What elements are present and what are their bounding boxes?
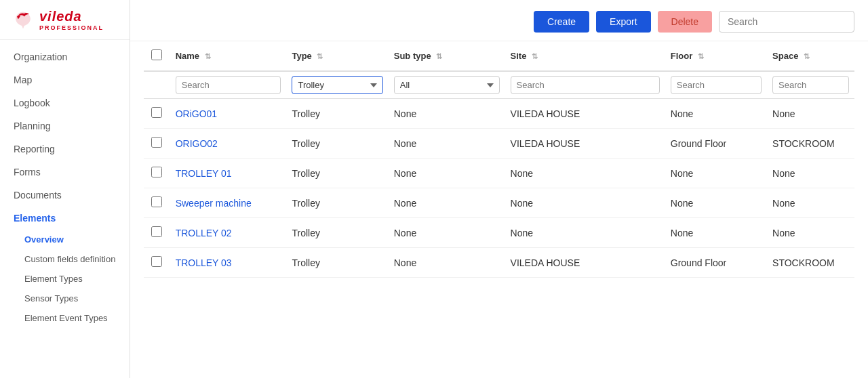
table-row: TROLLEY 01 Trolley None None None None <box>144 159 854 188</box>
select-all-checkbox[interactable] <box>151 49 162 60</box>
select-all-header <box>144 41 170 71</box>
sidebar-sub-overview[interactable]: Overview <box>14 230 130 249</box>
col-header-subtype[interactable]: Sub type ⇅ <box>389 41 505 71</box>
row-subtype-1: None <box>389 129 505 159</box>
row-subtype-4: None <box>389 218 505 248</box>
global-search-input[interactable] <box>719 11 854 33</box>
row-space-3: None <box>767 188 854 218</box>
table-row: ORiGO01 Trolley None VILEDA HOUSE None N… <box>144 99 854 129</box>
row-subtype-0: None <box>389 99 505 129</box>
row-type-1: Trolley <box>286 129 388 159</box>
logo-brand: vileda <box>39 9 104 23</box>
sidebar-sub-element-types[interactable]: Element Types <box>14 269 130 289</box>
row-subtype-2: None <box>389 159 505 188</box>
sort-name-icon[interactable]: ⇅ <box>205 52 211 61</box>
sidebar-item-logbook[interactable]: Logbook <box>0 91 130 114</box>
row-space-2: None <box>767 159 854 188</box>
row-floor-0: None <box>665 99 767 129</box>
row-site-1: VILEDA HOUSE <box>505 129 665 159</box>
row-subtype-5: None <box>389 248 505 278</box>
row-name-link-5[interactable]: TROLLEY 03 <box>176 257 232 268</box>
row-floor-5: Ground Floor <box>665 248 767 278</box>
table-row: Sweeper machine Trolley None None None N… <box>144 188 854 218</box>
sort-type-icon[interactable]: ⇅ <box>317 52 323 61</box>
sidebar-item-forms[interactable]: Forms <box>0 161 130 184</box>
table-row: ORIGO02 Trolley None VILEDA HOUSE Ground… <box>144 129 854 159</box>
logo-area: vileda PROFESSIONAL <box>0 0 130 40</box>
space-filter-input[interactable] <box>772 76 849 94</box>
elements-table-wrap: Name ⇅ Type ⇅ Sub type ⇅ Site ⇅ <box>130 41 868 378</box>
row-checkbox-5[interactable] <box>151 256 162 267</box>
row-site-3: None <box>505 188 665 218</box>
row-space-4: None <box>767 218 854 248</box>
sidebar-item-reporting[interactable]: Reporting <box>0 138 130 161</box>
row-type-4: Trolley <box>286 218 388 248</box>
sidebar-item-documents[interactable]: Documents <box>0 184 130 207</box>
sort-subtype-icon[interactable]: ⇅ <box>436 52 442 61</box>
row-name-link-2[interactable]: TROLLEY 01 <box>176 168 232 179</box>
row-floor-4: None <box>665 218 767 248</box>
row-space-5: STOCKROOM <box>767 248 854 278</box>
row-site-2: None <box>505 159 665 188</box>
row-checkbox-3[interactable] <box>151 196 162 207</box>
col-header-floor[interactable]: Floor ⇅ <box>665 41 767 71</box>
row-checkbox-4[interactable] <box>151 226 162 237</box>
col-header-space[interactable]: Space ⇅ <box>767 41 854 71</box>
elements-table: Name ⇅ Type ⇅ Sub type ⇅ Site ⇅ <box>144 41 854 278</box>
row-floor-2: None <box>665 159 767 188</box>
filter-row: Trolley Sweeper Machine Other All None T… <box>144 71 854 99</box>
table-row: TROLLEY 02 Trolley None None None None <box>144 218 854 248</box>
floor-filter-input[interactable] <box>671 76 762 94</box>
table-header-row: Name ⇅ Type ⇅ Sub type ⇅ Site ⇅ <box>144 41 854 71</box>
sort-floor-icon[interactable]: ⇅ <box>698 52 704 61</box>
row-name-link-0[interactable]: ORiGO01 <box>176 108 217 119</box>
subtype-filter-select[interactable]: All None Type A Type B <box>394 76 500 94</box>
row-name-link-4[interactable]: TROLLEY 02 <box>176 228 232 238</box>
vileda-logo-icon <box>11 8 35 33</box>
row-checkbox-0[interactable] <box>151 107 162 118</box>
sidebar-item-elements[interactable]: Elements <box>0 207 130 230</box>
sort-space-icon[interactable]: ⇅ <box>804 52 810 61</box>
col-header-site[interactable]: Site ⇅ <box>505 41 665 71</box>
logo-sub: PROFESSIONAL <box>39 24 104 31</box>
toolbar: Create Export Delete <box>130 0 868 41</box>
row-site-4: None <box>505 218 665 248</box>
sidebar-item-organization[interactable]: Organization <box>0 45 130 68</box>
row-site-5: VILEDA HOUSE <box>505 248 665 278</box>
sidebar: vileda PROFESSIONAL Organization Map Log… <box>0 0 130 378</box>
row-name-link-1[interactable]: ORIGO02 <box>176 138 218 149</box>
row-name-link-3[interactable]: Sweeper machine <box>176 198 252 209</box>
table-body: ORiGO01 Trolley None VILEDA HOUSE None N… <box>144 99 854 278</box>
row-type-5: Trolley <box>286 248 388 278</box>
row-type-0: Trolley <box>286 99 388 129</box>
row-floor-3: None <box>665 188 767 218</box>
type-filter-select[interactable]: Trolley Sweeper Machine Other <box>292 76 382 94</box>
row-subtype-3: None <box>389 188 505 218</box>
name-filter-input[interactable] <box>176 76 281 94</box>
export-button[interactable]: Export <box>596 11 650 33</box>
row-type-2: Trolley <box>286 159 388 188</box>
delete-button[interactable]: Delete <box>658 11 712 33</box>
row-site-0: VILEDA HOUSE <box>505 99 665 129</box>
row-space-0: None <box>767 99 854 129</box>
row-checkbox-1[interactable] <box>151 137 162 148</box>
sidebar-sub-element-event-types[interactable]: Element Event Types <box>14 308 130 328</box>
logo-text: vileda PROFESSIONAL <box>39 9 104 31</box>
sidebar-item-map[interactable]: Map <box>0 68 130 91</box>
sidebar-sub-custom-fields[interactable]: Custom fields definition <box>14 249 130 269</box>
table-row: TROLLEY 03 Trolley None VILEDA HOUSE Gro… <box>144 248 854 278</box>
row-type-3: Trolley <box>286 188 388 218</box>
row-floor-1: Ground Floor <box>665 129 767 159</box>
sort-site-icon[interactable]: ⇅ <box>532 52 538 61</box>
create-button[interactable]: Create <box>534 11 589 33</box>
sidebar-sub-sensor-types[interactable]: Sensor Types <box>14 289 130 308</box>
col-header-type[interactable]: Type ⇅ <box>286 41 388 71</box>
col-header-name[interactable]: Name ⇅ <box>170 41 287 71</box>
site-filter-input[interactable] <box>511 76 660 94</box>
sidebar-item-planning[interactable]: Planning <box>0 114 130 138</box>
sidebar-sub-nav: Overview Custom fields definition Elemen… <box>0 230 130 328</box>
sidebar-nav: Organization Map Logbook Planning Report… <box>0 40 130 333</box>
row-space-1: STOCKROOM <box>767 129 854 159</box>
main-content: Create Export Delete Name ⇅ Type ⇅ <box>130 0 868 378</box>
row-checkbox-2[interactable] <box>151 167 162 177</box>
